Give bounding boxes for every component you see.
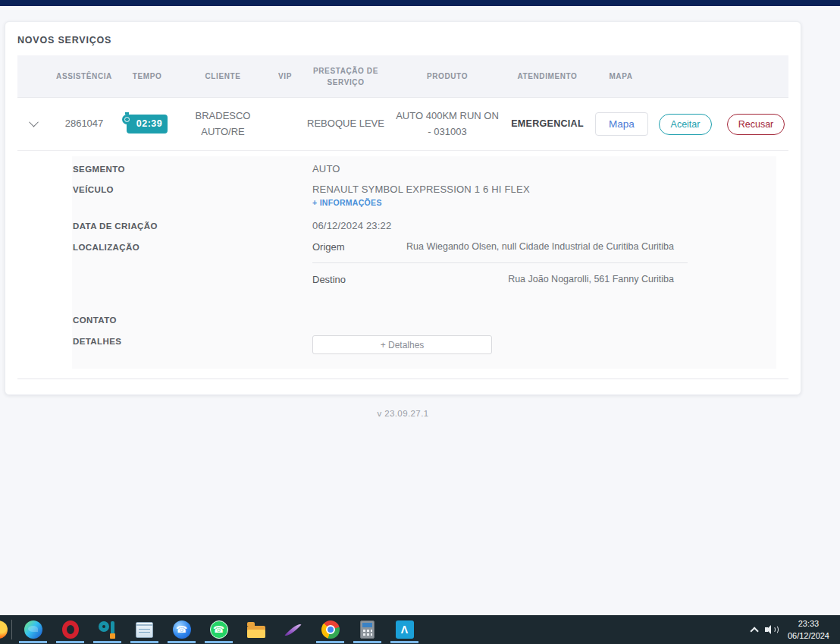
origem-destino-divider (312, 262, 688, 263)
header-tempo: TEMPO (119, 71, 175, 82)
cell-cliente: BRADESCO AUTO/RE (175, 108, 271, 139)
windows-taskbar: ☎ ☎ Λ 23:33 06/12/2024 (0, 615, 840, 644)
veiculo-value: RENAULT SYMBOL EXPRESSION 1 6 HI FLEX (312, 184, 776, 195)
chrome-icon[interactable] (312, 615, 349, 644)
lambda-app-icon[interactable]: Λ (386, 615, 423, 644)
cell-prestacao-servico: REBOQUE LEVE (299, 116, 392, 131)
contato-label: CONTATO (73, 314, 312, 325)
feather-app-icon[interactable] (274, 615, 312, 644)
stopwatch-icon (122, 115, 132, 124)
header-prestacao-servico: PRESTAÇÃO DE SERVIÇO (299, 65, 392, 88)
destino-value: Rua João Nogarolli, 561 Fanny Curitiba (508, 274, 688, 284)
opera-icon[interactable] (52, 615, 89, 644)
detalhes-button[interactable]: + Detalhes (312, 335, 492, 354)
notepad-icon[interactable] (126, 615, 163, 644)
system-tray: 23:33 06/12/2024 (750, 615, 840, 644)
speaker-icon[interactable] (765, 624, 779, 635)
timer-badge: 02:39 (127, 115, 168, 134)
table-header-row: ASSISTÊNCIA TEMPO CLIENTE VIP PRESTAÇÃO … (17, 55, 788, 98)
segmento-value: AUTO (312, 163, 776, 174)
edge-icon[interactable] (14, 615, 52, 644)
header-cliente: CLIENTE (175, 71, 271, 82)
taskbar-partial-browser-icon[interactable] (0, 615, 9, 644)
header-produto: PRODUTO (392, 71, 503, 82)
detail-row-detalhes: DETALHES + Detalhes (73, 335, 776, 354)
detail-row-contato: CONTATO (73, 314, 776, 335)
veiculo-label: VEÍCULO (73, 184, 312, 194)
detail-row-data-criacao: DATA DE CRIAÇÃO 06/12/2024 23:22 (73, 220, 776, 241)
header-mapa: MAPA (592, 71, 650, 82)
origem-destino-block: Origem Rua Wiegando Olsen, null Cidade I… (312, 241, 688, 285)
table-row: 2861047 02:39 BRADESCO AUTO/RE REBOQUE L… (17, 98, 788, 151)
tray-clock[interactable]: 23:33 06/12/2024 (788, 617, 829, 642)
taskbar-separator (11, 620, 12, 639)
header-atendimento: ATENDIMENTO (503, 71, 592, 82)
localizacao-label: LOCALIZAÇÃO (73, 241, 312, 252)
services-table: ASSISTÊNCIA TEMPO CLIENTE VIP PRESTAÇÃO … (17, 55, 788, 391)
cell-assistencia: 2861047 (49, 116, 119, 131)
row-detail-section: SEGMENTO AUTO VEÍCULO RENAULT SYMBOL EXP… (17, 151, 788, 369)
data-criacao-label: DATA DE CRIAÇÃO (73, 220, 312, 231)
header-assistencia: ASSISTÊNCIA (49, 71, 119, 82)
tray-chevron-up-icon[interactable] (750, 627, 758, 635)
data-criacao-value: 06/12/2024 23:22 (312, 220, 776, 231)
cell-tempo: 02:39 (119, 115, 175, 134)
cell-atendimento: EMERGENCIAL (503, 117, 592, 131)
destino-line: Destino Rua João Nogarolli, 561 Fanny Cu… (312, 274, 688, 285)
origem-line: Origem Rua Wiegando Olsen, null Cidade I… (312, 241, 688, 253)
row-detail-panel: SEGMENTO AUTO VEÍCULO RENAULT SYMBOL EXP… (72, 156, 776, 369)
timer-value: 02:39 (136, 118, 162, 129)
header-vip: VIP (271, 71, 299, 82)
detail-row-veiculo: VEÍCULO RENAULT SYMBOL EXPRESSION 1 6 HI… (73, 184, 776, 220)
phone-app-icon[interactable]: ☎ (163, 615, 200, 644)
novos-servicos-card: NOVOS SERVIÇOS ASSISTÊNCIA TEMPO CLIENTE… (5, 21, 801, 395)
destino-label: Destino (312, 274, 346, 285)
card-footer-divider (17, 379, 788, 391)
app-version: v 23.09.27.1 (5, 409, 801, 418)
recusar-button[interactable]: Recusar (727, 114, 785, 135)
tray-time: 23:33 (798, 619, 820, 628)
detail-row-localizacao: LOCALIZAÇÃO Origem Rua Wiegando Olsen, n… (73, 241, 776, 314)
file-explorer-icon[interactable] (237, 615, 274, 644)
calculator-icon[interactable] (349, 615, 386, 644)
origem-value: Rua Wiegando Olsen, null Cidade Industri… (406, 241, 688, 252)
segmento-label: SEGMENTO (73, 163, 312, 174)
mapa-button[interactable]: Mapa (595, 112, 648, 136)
row-expand-cell[interactable] (17, 116, 49, 131)
cell-produto: AUTO 400KM RUN ON - 031003 (392, 108, 503, 139)
informacoes-link[interactable]: + INFORMAÇÕES (312, 198, 382, 207)
aceitar-button[interactable]: Aceitar (659, 114, 713, 135)
chevron-down-icon[interactable] (29, 118, 39, 127)
whatsapp-icon[interactable]: ☎ (200, 615, 237, 644)
origem-label: Origem (312, 241, 345, 253)
detail-row-segmento: SEGMENTO AUTO (73, 163, 776, 184)
a-app-icon[interactable] (89, 615, 126, 644)
top-navy-bar (0, 0, 840, 6)
detalhes-label: DETALHES (73, 335, 312, 346)
tray-date: 06/12/2024 (788, 631, 829, 640)
page-title: NOVOS SERVIÇOS (5, 22, 801, 55)
